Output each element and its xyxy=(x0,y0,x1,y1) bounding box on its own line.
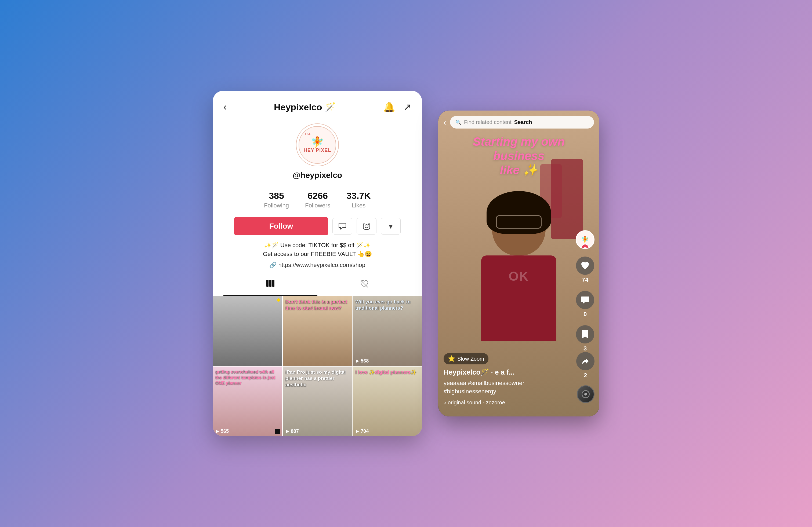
avatar-est: EST. xyxy=(305,133,311,136)
video-play-count-4: 565 xyxy=(215,428,229,434)
search-bar[interactable]: 🔍 Find related content Search xyxy=(450,116,594,129)
video-grid: Don't think this is a perfect time to st… xyxy=(213,296,422,436)
tabs-section xyxy=(223,274,411,296)
bookmark-icon-circle xyxy=(576,325,594,344)
music-disc xyxy=(577,385,595,403)
avatar-fairy: 🧚 xyxy=(311,137,324,148)
comment-action[interactable]: 0 xyxy=(576,291,594,318)
video-panel: OK ‹ 🔍 Find related content Search Start… xyxy=(438,110,599,417)
video-full: OK ‹ 🔍 Find related content Search Start… xyxy=(438,110,599,417)
video-overlay-text-2: Don't think this is a perfect time to st… xyxy=(286,299,350,312)
video-thumb-3[interactable]: Will you ever go back to traditional pla… xyxy=(352,296,422,366)
stats-row: 385 Following 6266 Followers 33.7K Likes xyxy=(223,185,411,212)
nav-bar: ‹ Heypixelco 🪄 🔔 ↗ xyxy=(223,99,411,121)
avatar-inner: EST. 🧚 HEY PIXEL xyxy=(299,126,336,164)
person-glasses xyxy=(496,215,541,229)
stat-followers[interactable]: 6266 Followers xyxy=(305,191,330,209)
like-icon-circle xyxy=(576,257,594,275)
avatar-section: EST. 🧚 HEY PIXEL @heypixelco xyxy=(223,121,411,185)
creator-avatar[interactable]: 🧚 + xyxy=(576,230,595,249)
bookmark-action[interactable]: 3 xyxy=(576,325,594,352)
bio-link[interactable]: 🔗 https://www.heypixelco.com/shop xyxy=(234,261,401,269)
music-disc-center xyxy=(584,393,587,395)
share-nav-icon[interactable]: ↗ xyxy=(403,102,411,113)
video-thumb-2[interactable]: Don't think this is a perfect time to st… xyxy=(283,296,352,366)
svg-marker-8 xyxy=(356,360,359,363)
video-title-overlay: Starting my own business like ✨ xyxy=(438,135,599,177)
avatar-logo: HEY PIXEL xyxy=(304,148,331,153)
like-action[interactable]: 74 xyxy=(576,257,594,283)
video-play-count-5: 887 xyxy=(286,428,299,434)
svg-point-3 xyxy=(368,224,369,225)
more-button[interactable]: ▾ xyxy=(381,218,401,235)
like-count: 74 xyxy=(582,276,588,283)
share-icon-circle xyxy=(576,352,595,370)
video-thumb-1[interactable] xyxy=(213,296,282,366)
notification-icon[interactable]: 🔔 xyxy=(383,102,395,113)
svg-rect-4 xyxy=(266,280,269,287)
bookmark-count: 3 xyxy=(583,345,587,352)
video-overlay-text-5: iPan Pro just so my digital planner has … xyxy=(286,369,350,388)
effect-badge[interactable]: ⭐ Slow Zoom xyxy=(444,353,489,364)
tiktok-logo-icon xyxy=(275,429,280,434)
video-bottom-info: ⭐ Slow Zoom Heypixelco🪄 · e a f... yeaaa… xyxy=(444,353,572,406)
video-overlay-text-3: Will you ever go back to traditional pla… xyxy=(355,299,419,312)
grid-icon xyxy=(266,279,275,289)
video-play-count-3: 568 xyxy=(355,358,369,364)
svg-point-2 xyxy=(365,225,368,228)
svg-marker-10 xyxy=(286,430,289,433)
message-button[interactable] xyxy=(332,218,352,235)
video-username[interactable]: Heypixelco🪄 · e a f... xyxy=(444,368,572,376)
video-overlay-text-6: I love ✨digital planners✨ xyxy=(355,369,419,375)
svg-rect-5 xyxy=(269,280,272,287)
music-disc-inner xyxy=(582,390,590,398)
video-right-actions: 🧚 + 74 xyxy=(576,230,595,352)
follow-plus-button[interactable]: + xyxy=(581,244,589,249)
followers-label: Followers xyxy=(305,202,330,209)
likes-count: 33.7K xyxy=(346,191,371,201)
back-button[interactable]: ‹ xyxy=(223,102,227,113)
search-button[interactable]: Search xyxy=(514,119,532,125)
username: @heypixelco xyxy=(293,171,342,180)
follow-button[interactable]: Follow xyxy=(234,217,328,235)
video-back-button[interactable]: ‹ xyxy=(444,118,446,127)
comment-icon-circle xyxy=(576,291,594,309)
share-action[interactable]: 2 xyxy=(576,352,595,379)
following-count: 385 xyxy=(269,191,284,201)
video-caption: yeaaaaa #smallbusinessowner #bigbusiness… xyxy=(444,379,572,396)
comment-count: 0 xyxy=(583,311,587,318)
svg-marker-11 xyxy=(356,430,359,433)
video-thumb-6[interactable]: I love ✨digital planners✨ 704 xyxy=(352,366,422,436)
video-main-title: Starting my own business like ✨ xyxy=(449,135,589,177)
following-label: Following xyxy=(264,202,289,209)
video-thumb-4[interactable]: getting overwhelmed with all the differe… xyxy=(213,366,282,436)
tab-grid[interactable] xyxy=(223,274,317,296)
bio-section: ✨🪄 Use code: TIKTOK for $$ off 🪄✨ Get ac… xyxy=(223,241,411,271)
avatar: EST. 🧚 HEY PIXEL xyxy=(296,123,339,166)
followers-count: 6266 xyxy=(307,191,328,201)
likes-label: Likes xyxy=(352,202,365,209)
search-placeholder-text: Find related content xyxy=(464,119,511,125)
video-title-line2: like ✨ xyxy=(500,163,538,177)
effect-icon: ⭐ xyxy=(448,355,455,362)
svg-marker-0 xyxy=(339,223,346,229)
instagram-button[interactable] xyxy=(357,218,376,235)
video-sound[interactable]: ♪ original sound - zozoroe xyxy=(444,400,572,406)
bio-line1: ✨🪄 Use code: TIKTOK for $$ off 🪄✨ xyxy=(234,241,401,250)
video-thumb-5[interactable]: iPan Pro just so my digital planner has … xyxy=(283,366,352,436)
stat-likes[interactable]: 33.7K Likes xyxy=(346,191,371,209)
video-overlay-text-4: getting overwhelmed with all the differe… xyxy=(215,369,279,386)
search-icon: 🔍 xyxy=(455,119,461,125)
tab-liked[interactable] xyxy=(317,274,411,296)
stat-following[interactable]: 385 Following xyxy=(264,191,289,209)
shirt-text: OK xyxy=(509,269,529,284)
effect-name: Slow Zoom xyxy=(457,356,484,362)
video-title-line1: Starting my own business xyxy=(473,135,565,162)
share-count: 2 xyxy=(584,372,587,379)
svg-rect-6 xyxy=(272,280,274,287)
profile-header: ‹ Heypixelco 🪄 🔔 ↗ EST. 🧚 HEY PIXEL @hey… xyxy=(213,91,422,296)
video-play-count-6: 704 xyxy=(355,428,369,434)
video-dot xyxy=(277,298,280,302)
nav-actions: 🔔 ↗ xyxy=(383,102,411,113)
video-top-bar: ‹ 🔍 Find related content Search xyxy=(438,110,599,129)
